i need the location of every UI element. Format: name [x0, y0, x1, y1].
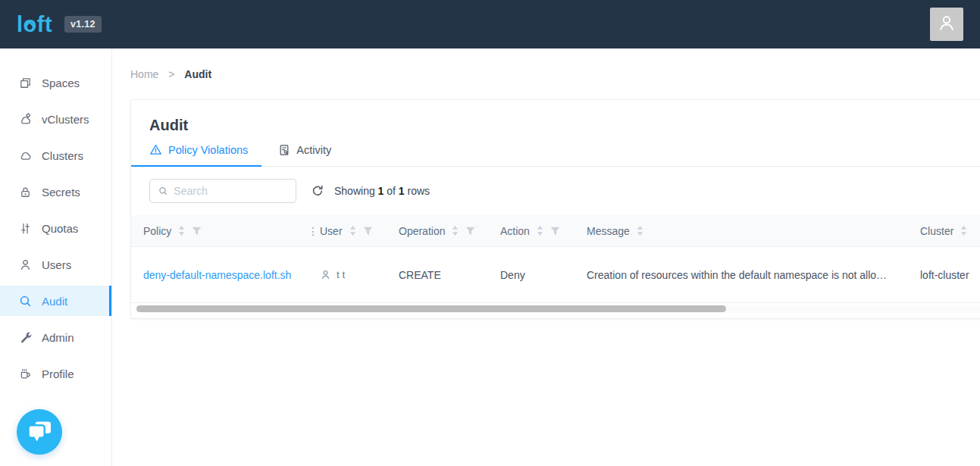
sidebar-item-clusters[interactable]: Clusters — [0, 140, 111, 170]
audit-card: Audit Policy Violations Activity — [130, 99, 980, 319]
lock-icon — [19, 186, 32, 199]
sidebar-item-label: Audit — [42, 295, 67, 308]
tab-label: Activity — [296, 144, 331, 156]
shown-count: 1 — [378, 185, 384, 197]
sliders-icon — [19, 222, 32, 235]
sidebar-item-label: Admin — [42, 331, 74, 344]
column-header-operation[interactable]: Operation — [387, 225, 488, 237]
chat-launcher-button[interactable] — [17, 409, 62, 455]
filter-icon[interactable] — [363, 227, 373, 236]
sidebar-item-label: Quotas — [42, 222, 78, 235]
topbar: loft v1.12 — [0, 0, 980, 48]
operation-cell: CREATE — [387, 269, 488, 281]
tab-activity[interactable]: Activity — [278, 143, 331, 166]
table-viewport: Policy ⋮ User Operation — [131, 215, 980, 303]
column-label: Message — [587, 225, 630, 237]
filter-icon[interactable] — [192, 227, 202, 236]
sort-icon[interactable] — [452, 226, 459, 236]
filter-icon[interactable] — [465, 227, 475, 236]
column-header-user[interactable]: ⋮ User — [308, 225, 387, 237]
horizontal-scrollbar — [134, 305, 980, 313]
sort-icon[interactable] — [960, 226, 967, 236]
version-badge: v1.12 — [64, 16, 102, 33]
person-icon — [320, 269, 331, 280]
user-avatar[interactable] — [930, 8, 963, 41]
column-label: User — [320, 225, 343, 237]
sidebar-item-label: Clusters — [42, 149, 83, 162]
column-label: Operation — [399, 225, 445, 237]
policy-violations-table: Policy ⋮ User Operation — [131, 215, 980, 303]
refresh-icon — [312, 185, 324, 197]
person-icon — [19, 258, 32, 271]
breadcrumb-current: Audit — [184, 68, 211, 80]
breadcrumb: Home > Audit — [130, 68, 980, 80]
sort-icon[interactable] — [537, 226, 543, 236]
sidebar-item-secrets[interactable]: Secrets — [0, 177, 111, 207]
column-label: Action — [500, 225, 530, 237]
breadcrumb-home[interactable]: Home — [130, 68, 158, 80]
chat-bubbles-icon — [27, 421, 52, 443]
row-count-status: Showing 1 of 1 rows — [334, 185, 430, 197]
total-count: 1 — [399, 185, 405, 197]
column-label: Cluster — [920, 225, 953, 237]
column-divider-dots-icon[interactable]: ⋮ — [308, 225, 318, 237]
wrench-icon — [19, 331, 32, 344]
mug-icon — [19, 367, 32, 380]
tab-bar: Policy Violations Activity — [131, 143, 980, 167]
sidebar-item-label: Users — [42, 258, 71, 271]
sort-icon[interactable] — [178, 226, 185, 236]
main-content: Home > Audit Audit Policy Violations Act… — [112, 48, 980, 466]
person-icon — [937, 13, 957, 36]
sidebar-item-label: Secrets — [42, 186, 80, 199]
user-cell: t t — [308, 269, 387, 280]
sidebar-item-spaces[interactable]: Spaces — [0, 67, 111, 98]
tab-policy-violations[interactable]: Policy Violations — [131, 143, 261, 166]
table-toolbar: Showing 1 of 1 rows — [131, 167, 980, 215]
clusters-icon — [19, 149, 32, 162]
logo-roof-icon — [24, 9, 35, 31]
search-input[interactable] — [174, 185, 287, 197]
sidebar-item-audit[interactable]: Audit — [0, 286, 111, 316]
filter-icon[interactable] — [550, 227, 560, 236]
sidebar-item-profile[interactable]: Profile — [0, 358, 111, 389]
column-header-action[interactable]: Action — [488, 225, 575, 237]
column-header-cluster[interactable]: Cluster — [908, 225, 980, 237]
sidebar: Spaces vClusters Clusters Secrets Quotas… — [0, 48, 112, 466]
search-icon — [158, 186, 168, 196]
column-header-policy[interactable]: Policy — [131, 225, 308, 237]
sidebar-item-label: Spaces — [42, 77, 80, 89]
breadcrumb-separator: > — [168, 68, 174, 80]
search-box — [149, 179, 296, 203]
table-row: deny-default-namespace.loft.sh t t CREAT… — [131, 247, 980, 303]
spaces-icon — [19, 77, 32, 89]
sidebar-item-quotas[interactable]: Quotas — [0, 213, 111, 243]
message-cell: Creation of resources within the default… — [575, 269, 908, 281]
sidebar-item-admin[interactable]: Admin — [0, 322, 111, 352]
tab-label: Policy Violations — [168, 144, 248, 156]
sort-icon[interactable] — [349, 226, 356, 236]
search-icon — [19, 295, 32, 308]
column-label: Policy — [143, 225, 171, 237]
scrollbar-thumb[interactable] — [136, 305, 726, 312]
sidebar-item-vclusters[interactable]: vClusters — [0, 104, 111, 134]
page-title: Audit — [149, 117, 980, 134]
action-cell: Deny — [488, 269, 575, 281]
user-name: t t — [337, 269, 345, 280]
audit-log-icon — [278, 144, 290, 156]
sort-icon[interactable] — [637, 226, 643, 236]
sidebar-item-label: vClusters — [42, 113, 89, 126]
column-header-message[interactable]: Message — [575, 225, 908, 237]
sidebar-item-label: Profile — [42, 367, 74, 380]
table-header-row: Policy ⋮ User Operation — [131, 215, 980, 247]
vclusters-icon — [19, 113, 32, 126]
policy-link[interactable]: deny-default-namespace.loft.sh — [143, 269, 291, 281]
sidebar-item-users[interactable]: Users — [0, 249, 111, 280]
policy-cell: deny-default-namespace.loft.sh — [131, 269, 308, 281]
cluster-cell: loft-cluster — [908, 269, 980, 281]
warning-triangle-icon — [149, 143, 162, 156]
loft-logo[interactable]: loft — [17, 14, 52, 36]
refresh-button[interactable] — [312, 185, 324, 197]
